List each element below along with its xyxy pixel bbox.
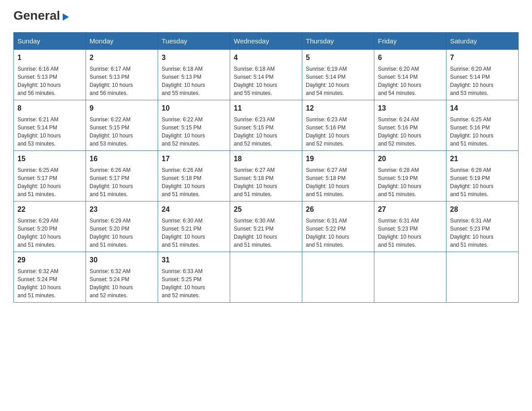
day-header-monday: Monday (86, 33, 158, 50)
day-info: Sunrise: 6:16 AMSunset: 5:13 PMDaylight:… (17, 65, 82, 97)
day-number: 7 (450, 52, 515, 63)
day-info: Sunrise: 6:31 AMSunset: 5:22 PMDaylight:… (306, 217, 370, 249)
day-info: Sunrise: 6:20 AMSunset: 5:14 PMDaylight:… (378, 65, 442, 97)
day-number: 18 (234, 154, 298, 164)
day-info: Sunrise: 6:20 AMSunset: 5:14 PMDaylight:… (450, 65, 515, 97)
day-info: Sunrise: 6:32 AMSunset: 5:24 PMDaylight:… (90, 267, 154, 300)
day-info: Sunrise: 6:30 AMSunset: 5:21 PMDaylight:… (234, 217, 298, 249)
calendar-cell: 9 Sunrise: 6:22 AMSunset: 5:15 PMDayligh… (86, 100, 158, 151)
day-number: 5 (306, 52, 370, 63)
day-number: 12 (306, 103, 370, 114)
day-info: Sunrise: 6:32 AMSunset: 5:24 PMDaylight:… (17, 267, 82, 300)
day-info: Sunrise: 6:23 AMSunset: 5:16 PMDaylight:… (306, 116, 370, 148)
day-number: 6 (378, 52, 442, 63)
calendar-cell: 6 Sunrise: 6:20 AMSunset: 5:14 PMDayligh… (374, 50, 446, 100)
calendar-cell (230, 252, 302, 303)
day-number: 29 (17, 255, 82, 265)
day-number: 11 (234, 103, 298, 114)
calendar-cell: 10 Sunrise: 6:22 AMSunset: 5:15 PMDaylig… (158, 100, 230, 151)
day-number: 14 (450, 103, 515, 114)
calendar-cell: 3 Sunrise: 6:18 AMSunset: 5:13 PMDayligh… (158, 50, 230, 100)
day-number: 8 (17, 103, 82, 114)
calendar-cell: 31 Sunrise: 6:33 AMSunset: 5:25 PMDaylig… (158, 252, 230, 303)
day-info: Sunrise: 6:26 AMSunset: 5:18 PMDaylight:… (162, 166, 226, 198)
day-number: 10 (162, 103, 226, 114)
page-header: General (13, 9, 519, 23)
day-info: Sunrise: 6:24 AMSunset: 5:16 PMDaylight:… (378, 116, 442, 148)
day-header-saturday: Saturday (446, 33, 519, 50)
calendar-cell: 29 Sunrise: 6:32 AMSunset: 5:24 PMDaylig… (14, 252, 86, 303)
logo-arrow-icon (62, 9, 70, 23)
calendar-cell: 26 Sunrise: 6:31 AMSunset: 5:22 PMDaylig… (302, 201, 374, 252)
calendar-cell (374, 252, 446, 303)
day-number: 21 (450, 154, 515, 164)
day-header-thursday: Thursday (302, 33, 374, 50)
day-number: 16 (90, 154, 154, 164)
day-info: Sunrise: 6:22 AMSunset: 5:15 PMDaylight:… (90, 116, 154, 148)
day-header-friday: Friday (374, 33, 446, 50)
day-info: Sunrise: 6:30 AMSunset: 5:21 PMDaylight:… (162, 217, 226, 249)
day-number: 20 (378, 154, 442, 164)
day-number: 17 (162, 154, 226, 164)
day-number: 23 (90, 204, 154, 215)
calendar-header-row: SundayMondayTuesdayWednesdayThursdayFrid… (14, 33, 519, 50)
calendar-cell (302, 252, 374, 303)
calendar-cell: 14 Sunrise: 6:25 AMSunset: 5:16 PMDaylig… (446, 100, 519, 151)
calendar-cell (446, 252, 519, 303)
calendar-cell: 23 Sunrise: 6:29 AMSunset: 5:20 PMDaylig… (86, 201, 158, 252)
day-header-tuesday: Tuesday (158, 33, 230, 50)
calendar-cell: 5 Sunrise: 6:19 AMSunset: 5:14 PMDayligh… (302, 50, 374, 100)
day-info: Sunrise: 6:18 AMSunset: 5:13 PMDaylight:… (162, 65, 226, 97)
calendar-cell: 24 Sunrise: 6:30 AMSunset: 5:21 PMDaylig… (158, 201, 230, 252)
day-number: 15 (17, 154, 82, 164)
day-info: Sunrise: 6:31 AMSunset: 5:23 PMDaylight:… (378, 217, 442, 249)
calendar-cell: 28 Sunrise: 6:31 AMSunset: 5:23 PMDaylig… (446, 201, 519, 252)
calendar-cell: 1 Sunrise: 6:16 AMSunset: 5:13 PMDayligh… (14, 50, 86, 100)
day-info: Sunrise: 6:27 AMSunset: 5:18 PMDaylight:… (306, 166, 370, 198)
calendar-cell: 27 Sunrise: 6:31 AMSunset: 5:23 PMDaylig… (374, 201, 446, 252)
calendar-cell: 19 Sunrise: 6:27 AMSunset: 5:18 PMDaylig… (302, 151, 374, 201)
day-number: 2 (90, 52, 154, 63)
logo: General (13, 9, 70, 23)
calendar-week-row: 15 Sunrise: 6:25 AMSunset: 5:17 PMDaylig… (14, 151, 519, 201)
day-info: Sunrise: 6:21 AMSunset: 5:14 PMDaylight:… (17, 116, 82, 148)
calendar-cell: 11 Sunrise: 6:23 AMSunset: 5:15 PMDaylig… (230, 100, 302, 151)
day-info: Sunrise: 6:25 AMSunset: 5:17 PMDaylight:… (17, 166, 82, 198)
day-info: Sunrise: 6:26 AMSunset: 5:17 PMDaylight:… (90, 166, 154, 198)
day-info: Sunrise: 6:29 AMSunset: 5:20 PMDaylight:… (90, 217, 154, 249)
calendar-cell: 25 Sunrise: 6:30 AMSunset: 5:21 PMDaylig… (230, 201, 302, 252)
day-number: 31 (162, 255, 226, 265)
calendar-cell: 8 Sunrise: 6:21 AMSunset: 5:14 PMDayligh… (14, 100, 86, 151)
day-info: Sunrise: 6:29 AMSunset: 5:20 PMDaylight:… (17, 217, 82, 249)
calendar-cell: 30 Sunrise: 6:32 AMSunset: 5:24 PMDaylig… (86, 252, 158, 303)
calendar-cell: 15 Sunrise: 6:25 AMSunset: 5:17 PMDaylig… (14, 151, 86, 201)
calendar-week-row: 8 Sunrise: 6:21 AMSunset: 5:14 PMDayligh… (14, 100, 519, 151)
day-info: Sunrise: 6:33 AMSunset: 5:25 PMDaylight:… (162, 267, 226, 300)
day-number: 19 (306, 154, 370, 164)
day-info: Sunrise: 6:18 AMSunset: 5:14 PMDaylight:… (234, 65, 298, 97)
day-number: 1 (17, 52, 82, 63)
day-number: 3 (162, 52, 226, 63)
calendar-cell: 12 Sunrise: 6:23 AMSunset: 5:16 PMDaylig… (302, 100, 374, 151)
calendar-cell: 21 Sunrise: 6:28 AMSunset: 5:19 PMDaylig… (446, 151, 519, 201)
calendar-week-row: 29 Sunrise: 6:32 AMSunset: 5:24 PMDaylig… (14, 252, 519, 303)
calendar-week-row: 22 Sunrise: 6:29 AMSunset: 5:20 PMDaylig… (14, 201, 519, 252)
day-number: 30 (90, 255, 154, 265)
calendar-cell: 18 Sunrise: 6:27 AMSunset: 5:18 PMDaylig… (230, 151, 302, 201)
calendar-cell: 17 Sunrise: 6:26 AMSunset: 5:18 PMDaylig… (158, 151, 230, 201)
day-info: Sunrise: 6:27 AMSunset: 5:18 PMDaylight:… (234, 166, 298, 198)
calendar-week-row: 1 Sunrise: 6:16 AMSunset: 5:13 PMDayligh… (14, 50, 519, 100)
day-number: 4 (234, 52, 298, 63)
day-number: 22 (17, 204, 82, 215)
calendar-cell: 2 Sunrise: 6:17 AMSunset: 5:13 PMDayligh… (86, 50, 158, 100)
day-number: 13 (378, 103, 442, 114)
day-number: 24 (162, 204, 226, 215)
day-number: 28 (450, 204, 515, 215)
calendar-cell: 4 Sunrise: 6:18 AMSunset: 5:14 PMDayligh… (230, 50, 302, 100)
day-info: Sunrise: 6:28 AMSunset: 5:19 PMDaylight:… (378, 166, 442, 198)
calendar-cell: 16 Sunrise: 6:26 AMSunset: 5:17 PMDaylig… (86, 151, 158, 201)
day-info: Sunrise: 6:17 AMSunset: 5:13 PMDaylight:… (90, 65, 154, 97)
day-number: 26 (306, 204, 370, 215)
day-header-wednesday: Wednesday (230, 33, 302, 50)
day-info: Sunrise: 6:22 AMSunset: 5:15 PMDaylight:… (162, 116, 226, 148)
